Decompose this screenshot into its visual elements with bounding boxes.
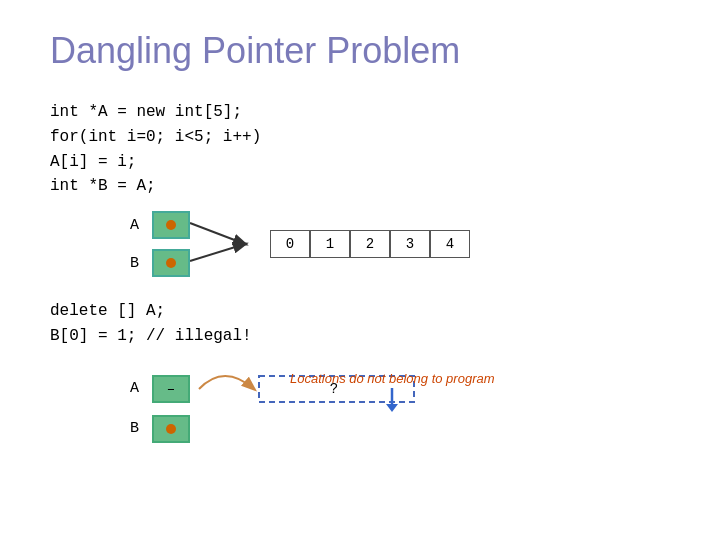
label-b-bottom: B	[130, 420, 148, 437]
label-a-bottom: A	[130, 380, 148, 397]
svg-line-1	[190, 244, 245, 261]
label-b-top: B	[130, 255, 148, 272]
slide: Dangling Pointer Problem int *A = new in…	[0, 0, 720, 540]
code-block-bottom: delete [] A; B[0] = 1; // illegal!	[50, 299, 670, 349]
label-a-top: A	[130, 217, 148, 234]
diagram-row-a-top: A	[130, 211, 190, 239]
pointer-box-b-bottom	[152, 415, 190, 443]
ptr-dot-b	[166, 258, 176, 268]
arrows-svg-top	[190, 209, 270, 279]
pointer-box-b-top	[152, 249, 190, 277]
array-cells-top: 0 1 2 3 4	[270, 230, 470, 258]
code-line-2: for(int i=0; i<5; i++)	[50, 125, 670, 150]
pointer-box-a-top	[152, 211, 190, 239]
array-cell-1: 1	[310, 230, 350, 258]
slide-title: Dangling Pointer Problem	[50, 30, 670, 72]
down-arrow-svg	[382, 386, 402, 414]
dash-label: –	[167, 381, 175, 397]
code-line-1: int *A = new int[5];	[50, 100, 670, 125]
array-cell-4: 4	[430, 230, 470, 258]
diagram-row-b-top: B	[130, 249, 190, 277]
locations-label: Locations do not belong to program	[290, 371, 495, 386]
ptr-dot-a	[166, 220, 176, 230]
pointer-box-a-bottom: –	[152, 375, 190, 403]
code-block-top: int *A = new int[5]; for(int i=0; i<5; i…	[50, 100, 670, 199]
array-cell-2: 2	[350, 230, 390, 258]
code-line-6: B[0] = 1; // illegal!	[50, 324, 670, 349]
code-line-4: int *B = A;	[50, 174, 670, 199]
code-line-5: delete [] A;	[50, 299, 670, 324]
ptr-dot-b-bottom	[166, 424, 176, 434]
code-line-3: A[i] = i;	[50, 150, 670, 175]
array-cell-3: 3	[390, 230, 430, 258]
array-cell-0: 0	[270, 230, 310, 258]
svg-line-0	[190, 223, 245, 244]
svg-marker-4	[386, 404, 398, 412]
